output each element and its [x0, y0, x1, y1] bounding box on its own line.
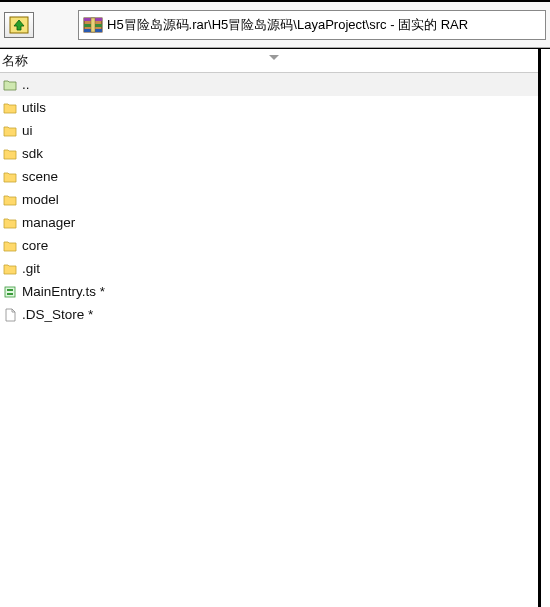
rar-archive-icon: [83, 16, 103, 34]
svg-rect-7: [7, 289, 13, 291]
list-item-folder[interactable]: utils: [0, 96, 538, 119]
folder-icon: [2, 238, 18, 254]
item-label: sdk: [22, 146, 43, 161]
item-label: ..: [22, 77, 30, 92]
parent-folder-icon: [2, 77, 18, 93]
item-label: scene: [22, 169, 58, 184]
folder-icon: [2, 192, 18, 208]
folder-icon: [2, 261, 18, 277]
folder-icon: [2, 146, 18, 162]
item-label: core: [22, 238, 48, 253]
column-header-label: 名称: [2, 52, 28, 70]
file-icon: [2, 307, 18, 323]
main-area: 名称 .. utils ui sdk scene model manager c…: [0, 48, 550, 607]
list-item-folder[interactable]: model: [0, 188, 538, 211]
file-list[interactable]: .. utils ui sdk scene model manager core…: [0, 73, 538, 607]
folder-icon: [2, 215, 18, 231]
list-item-up[interactable]: ..: [0, 73, 538, 96]
side-strip: [540, 49, 548, 607]
list-item-folder[interactable]: ui: [0, 119, 538, 142]
svg-rect-6: [5, 287, 15, 297]
address-bar[interactable]: H5冒险岛源码.rar\H5冒险岛源码\LayaProject\src - 固实…: [78, 10, 546, 40]
item-label: manager: [22, 215, 75, 230]
folder-icon: [2, 123, 18, 139]
ts-file-icon: [2, 284, 18, 300]
list-item-folder[interactable]: sdk: [0, 142, 538, 165]
list-item-file[interactable]: .DS_Store *: [0, 303, 538, 326]
svg-rect-8: [7, 293, 13, 295]
folder-icon: [2, 169, 18, 185]
item-label: .git: [22, 261, 40, 276]
item-label: model: [22, 192, 59, 207]
up-arrow-icon: [9, 16, 29, 34]
svg-rect-5: [91, 18, 95, 32]
folder-icon: [2, 100, 18, 116]
column-header-name[interactable]: 名称: [0, 49, 538, 73]
item-label: utils: [22, 100, 46, 115]
address-path: H5冒险岛源码.rar\H5冒险岛源码\LayaProject\src - 固实…: [107, 16, 468, 34]
list-item-folder[interactable]: .git: [0, 257, 538, 280]
list-item-folder[interactable]: core: [0, 234, 538, 257]
item-label: .DS_Store *: [22, 307, 93, 322]
file-list-pane: 名称 .. utils ui sdk scene model manager c…: [0, 49, 540, 607]
list-item-folder[interactable]: manager: [0, 211, 538, 234]
item-label: MainEntry.ts *: [22, 284, 105, 299]
list-item-file[interactable]: MainEntry.ts *: [0, 280, 538, 303]
item-label: ui: [22, 123, 33, 138]
list-item-folder[interactable]: scene: [0, 165, 538, 188]
up-directory-button[interactable]: [4, 12, 34, 38]
sort-caret-icon: [269, 55, 279, 60]
toolbar: H5冒险岛源码.rar\H5冒险岛源码\LayaProject\src - 固实…: [0, 0, 550, 48]
